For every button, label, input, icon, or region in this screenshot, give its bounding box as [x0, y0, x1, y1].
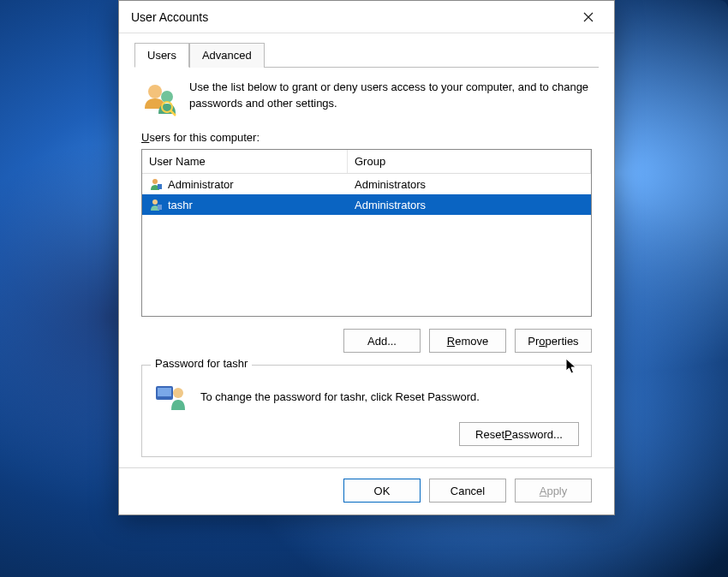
- svg-rect-5: [158, 184, 162, 189]
- svg-point-6: [152, 199, 158, 205]
- intro-text: Use the list below to grant or deny user…: [189, 80, 592, 112]
- user-icon: [149, 198, 163, 211]
- svg-rect-9: [158, 388, 171, 396]
- tab-users[interactable]: Users: [134, 43, 189, 68]
- users-icon: [141, 80, 179, 117]
- apply-button[interactable]: Apply: [515, 479, 592, 503]
- password-groupbox: Password for tashr To change the passwor…: [141, 365, 592, 457]
- cancel-button[interactable]: Cancel: [429, 479, 506, 503]
- svg-point-10: [173, 388, 183, 398]
- svg-point-4: [152, 179, 158, 184]
- ok-button[interactable]: OK: [343, 479, 421, 503]
- close-icon: [583, 12, 594, 22]
- table-row[interactable]: Administrator Administrators: [142, 174, 591, 194]
- tabstrip: Users Advanced: [134, 42, 599, 68]
- users-list-label: Users for this computer:: [141, 131, 592, 144]
- titlebar: User Accounts: [119, 1, 614, 33]
- divider: [119, 467, 614, 468]
- user-group: Administrators: [348, 199, 591, 211]
- table-row[interactable]: tashr Administrators: [142, 194, 591, 215]
- user-name: Administrator: [168, 178, 234, 191]
- add-button[interactable]: Add...: [343, 329, 421, 353]
- password-box-title: Password for tashr: [151, 357, 252, 370]
- remove-button[interactable]: Remove: [429, 329, 506, 353]
- window-title: User Accounts: [131, 10, 570, 24]
- user-group: Administrators: [348, 178, 591, 191]
- password-text: To change the password for tashr, click …: [200, 390, 480, 403]
- password-user-icon: [154, 381, 188, 412]
- users-listview[interactable]: User Name Group Administrator Administra…: [141, 149, 592, 317]
- column-header-name[interactable]: User Name: [142, 150, 348, 173]
- column-header-group[interactable]: Group: [348, 150, 591, 173]
- close-button[interactable]: [570, 4, 607, 30]
- tab-advanced[interactable]: Advanced: [189, 43, 265, 68]
- user-admin-icon: [149, 177, 163, 191]
- svg-point-1: [161, 91, 173, 103]
- user-accounts-dialog: User Accounts Users Advanced Use the lis…: [118, 0, 615, 515]
- svg-point-0: [148, 85, 162, 98]
- properties-button[interactable]: Properties: [515, 329, 592, 353]
- svg-rect-7: [158, 205, 162, 210]
- user-name: tashr: [168, 199, 193, 211]
- listview-header: User Name Group: [142, 150, 591, 174]
- reset-password-button[interactable]: Reset Password...: [459, 422, 579, 446]
